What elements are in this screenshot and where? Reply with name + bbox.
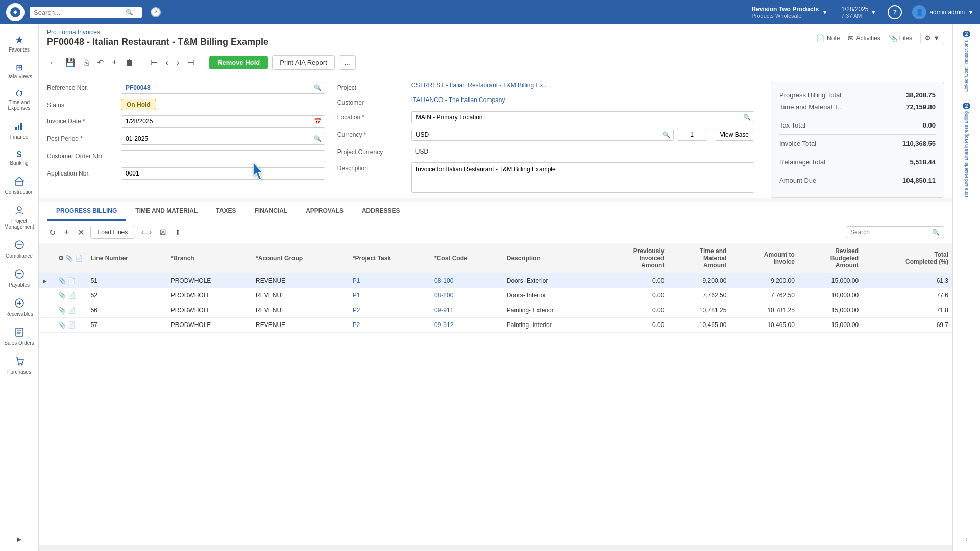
col-attach-icon[interactable]: 📎 — [65, 255, 73, 262]
history-icon[interactable]: 🕐 — [150, 7, 161, 18]
remove-hold-button[interactable]: Remove Hold — [209, 56, 268, 69]
row-attach-icon[interactable]: 📎 — [58, 292, 66, 299]
row-note-icon[interactable]: 📄 — [68, 321, 76, 329]
table-delete-row-button[interactable]: ✕ — [76, 227, 86, 238]
linked-cost-section[interactable]: 2 Linked Cost Transactions — [961, 29, 973, 94]
row-expand-cell[interactable]: ▶ — [39, 273, 54, 288]
table-row[interactable]: ▶ 📎 📄 51 PRODWHOLE REVENUE P1 08-100 Doo… — [39, 273, 952, 288]
date-dropdown-icon[interactable]: ▼ — [871, 9, 877, 16]
user-dropdown-icon[interactable]: ▼ — [968, 9, 974, 16]
company-dropdown-icon[interactable]: ▼ — [822, 9, 828, 16]
tm-billing-section[interactable]: 2 Time and Material Lines in Progress Bi… — [961, 100, 973, 200]
first-record-button[interactable]: ⊢ — [149, 57, 160, 68]
settings-button[interactable]: ⚙ ▼ — [920, 32, 944, 44]
app-logo[interactable] — [6, 3, 24, 21]
row-project-task[interactable]: P2 — [349, 303, 430, 318]
col-settings-icon[interactable]: ⚙ — [58, 255, 64, 262]
sidebar-item-data-views[interactable]: ⊞ Data Views — [0, 59, 38, 83]
help-button[interactable]: ? — [888, 5, 902, 19]
tab-approvals[interactable]: APPROVALS — [297, 202, 353, 221]
sidebar-item-favorites[interactable]: ★ Favorites — [0, 30, 38, 57]
collapse-right-button[interactable]: ‹ — [966, 532, 968, 547]
row-project-task[interactable]: P1 — [349, 273, 430, 288]
tab-time-material[interactable]: TIME AND MATERIAL — [126, 202, 207, 221]
reference-search-icon[interactable]: 🔍 — [311, 82, 325, 93]
sidebar-item-sales-orders[interactable]: Sales Orders — [0, 323, 38, 350]
export-button[interactable]: ⬆ — [173, 227, 183, 237]
view-base-button[interactable]: View Base — [715, 129, 754, 141]
currency-search-icon[interactable]: 🔍 — [659, 129, 673, 140]
company-selector[interactable]: Revision Two Products Products Wholesale… — [751, 6, 828, 19]
tab-progress-billing[interactable]: PROGRESS BILLING — [47, 202, 126, 221]
tab-financial[interactable]: FINANCIAL — [245, 202, 297, 221]
table-row[interactable]: 📎 📄 56 PRODWHOLE REVENUE P2 09-911 Paint… — [39, 303, 952, 318]
breadcrumb[interactable]: Pro Forma Invoices — [47, 29, 268, 36]
note-action[interactable]: 📄 Note — [816, 34, 840, 42]
sidebar-item-compliance[interactable]: Compliance — [0, 236, 38, 263]
sidebar-item-project-management[interactable]: Project Management — [0, 201, 38, 234]
prev-record-button[interactable]: ‹ — [164, 57, 170, 68]
undo-button[interactable]: ↶ — [95, 57, 106, 68]
row-note-icon[interactable]: 📄 — [68, 277, 76, 284]
delete-button[interactable]: 🗑 — [124, 57, 136, 68]
row-expand-btn[interactable]: ▶ — [43, 278, 47, 284]
sidebar-item-time-expenses[interactable]: ⏱ Time and Expenses — [0, 85, 38, 115]
date-selector[interactable]: 1/28/2025 7:37 AM ▼ — [841, 6, 876, 19]
tab-taxes[interactable]: TAXES — [207, 202, 245, 221]
sidebar-expand-btn[interactable]: ▶ — [17, 532, 21, 547]
table-refresh-button[interactable]: ↻ — [47, 227, 58, 238]
sidebar-item-banking[interactable]: $ Banking — [0, 146, 38, 170]
load-lines-button[interactable]: Load Lines — [90, 226, 136, 239]
description-textarea[interactable] — [411, 162, 754, 193]
row-cost-code[interactable]: 09-912 — [430, 318, 503, 333]
tm-label[interactable]: Time and Material Lines in Progress Bill… — [964, 111, 970, 198]
back-button[interactable]: ← — [47, 57, 59, 68]
search-icon[interactable]: 🔍 — [126, 9, 133, 16]
search-input[interactable] — [34, 9, 126, 16]
next-record-button[interactable]: › — [175, 57, 181, 68]
fit-columns-button[interactable]: ⟺ — [139, 227, 154, 237]
scroll-bar[interactable] — [39, 545, 952, 551]
table-search-icon[interactable]: 🔍 — [932, 229, 940, 236]
col-note-icon[interactable]: 📄 — [75, 255, 83, 262]
sidebar-item-purchases[interactable]: Purchases — [0, 352, 38, 379]
customer-order-input[interactable] — [121, 150, 325, 162]
row-attach-icon[interactable]: 📎 — [58, 277, 66, 284]
table-row[interactable]: 📎 📄 52 PRODWHOLE REVENUE P1 08-200 Doors… — [39, 288, 952, 303]
table-add-row-button[interactable]: + — [62, 226, 71, 239]
save-button[interactable]: 💾 — [63, 57, 78, 68]
row-note-icon[interactable]: 📄 — [68, 292, 76, 299]
location-input[interactable] — [412, 112, 740, 123]
table-row[interactable]: 📎 📄 57 PRODWHOLE REVENUE P2 09-912 Paint… — [39, 318, 952, 333]
row-note-icon[interactable]: 📄 — [68, 307, 76, 314]
copy-button[interactable]: ⎘ — [82, 57, 91, 68]
activities-action[interactable]: ✉ Activities — [848, 34, 880, 42]
table-search-input[interactable] — [850, 229, 932, 236]
currency-qty-input[interactable] — [677, 129, 707, 141]
post-period-input[interactable] — [121, 133, 311, 144]
files-action[interactable]: 📎 Files — [889, 34, 912, 42]
add-button[interactable]: + — [110, 56, 119, 69]
row-project-task[interactable]: P2 — [349, 318, 430, 333]
search-bar[interactable]: 🔍 — [30, 7, 142, 18]
post-period-search-icon[interactable]: 🔍 — [311, 133, 325, 144]
invoice-date-input[interactable] — [121, 116, 311, 127]
row-cost-code[interactable]: 08-200 — [430, 288, 503, 303]
user-menu[interactable]: 👤 admin admin ▼ — [912, 5, 974, 19]
calendar-icon[interactable]: 📅 — [311, 116, 325, 127]
linked-cost-label[interactable]: Linked Cost Transactions — [964, 40, 970, 92]
location-search-icon[interactable]: 🔍 — [740, 112, 754, 123]
currency-input[interactable] — [412, 129, 659, 140]
more-options-button[interactable]: ... — [339, 55, 356, 70]
row-attach-icon[interactable]: 📎 — [58, 321, 66, 329]
sidebar-item-payables[interactable]: Payables — [0, 265, 38, 292]
row-project-task[interactable]: P1 — [349, 288, 430, 303]
tab-addresses[interactable]: ADDRESSES — [353, 202, 409, 221]
sidebar-item-construction[interactable]: Construction — [0, 172, 38, 199]
clear-filter-button[interactable]: ☒ — [158, 227, 168, 237]
row-attach-icon[interactable]: 📎 — [58, 307, 66, 314]
reference-nbr-input[interactable] — [121, 82, 311, 93]
print-aia-button[interactable]: Print AIA Report — [272, 55, 335, 70]
sidebar-item-receivables[interactable]: Receivables — [0, 294, 38, 321]
last-record-button[interactable]: ⊣ — [185, 57, 197, 68]
